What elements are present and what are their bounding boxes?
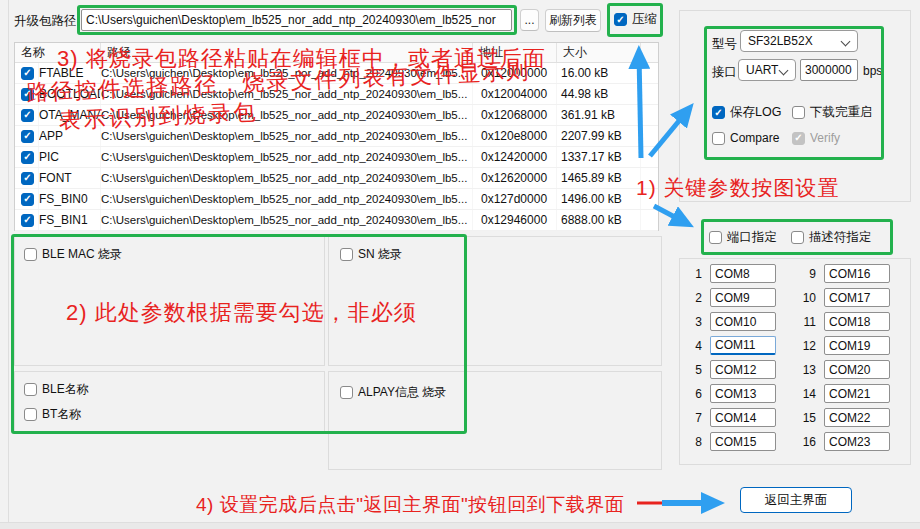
com-port-input[interactable] (710, 288, 776, 307)
check-icon: ✓ (23, 152, 31, 162)
port-spec-checkbox[interactable] (709, 231, 722, 244)
descriptor-spec-checkbox[interactable] (791, 231, 804, 244)
ble-mac-label: BLE MAC 烧录 (42, 246, 122, 263)
annotation-step2: 2) 此处参数根据需要勾选，非必须 (66, 298, 417, 328)
row-name: FS_BIN1 (39, 210, 101, 230)
com-index: 1 (688, 264, 702, 283)
window-edge-line (8, 0, 9, 529)
com-port-input[interactable] (710, 360, 776, 379)
save-log-checkbox-row[interactable]: ✓ 保存LOG (712, 104, 781, 121)
com-index: 9 (784, 264, 816, 283)
verify-checkbox: ✓ (792, 132, 805, 145)
alpay-checkbox-row[interactable]: ALPAY信息 烧录 (340, 384, 446, 401)
com-port-input-focused[interactable] (710, 336, 776, 355)
check-icon: ✓ (714, 108, 722, 118)
row-checkbox[interactable]: ✓ (21, 130, 34, 143)
table-row[interactable]: ✓ FS_BIN0 C:\Users\guichen\Desktop\em_lb… (15, 189, 658, 210)
descriptor-spec-label: 描述符指定 (809, 229, 872, 246)
sn-checkbox[interactable] (340, 248, 353, 261)
table-row[interactable]: ✓ PIC C:\Users\guichen\Desktop\em_lb525_… (15, 147, 658, 168)
com-port-input[interactable] (824, 384, 890, 403)
table-row[interactable]: ✓ FS_BIN1 C:\Users\guichen\Desktop\em_lb… (15, 210, 658, 231)
com-index: 7 (688, 408, 702, 427)
compress-label: 压缩 (632, 11, 657, 28)
compare-checkbox-row[interactable]: Compare (712, 131, 779, 145)
compare-checkbox[interactable] (712, 132, 725, 145)
row-checkbox[interactable]: ✓ (21, 214, 34, 227)
com-port-input[interactable] (710, 408, 776, 427)
row-size: 361.91 kB (557, 105, 641, 125)
check-icon: ✓ (23, 215, 31, 225)
sn-checkbox-row[interactable]: SN 烧录 (340, 246, 402, 263)
header-extra (641, 43, 658, 62)
row-name: FS_BIN0 (39, 189, 101, 209)
check-icon: ✓ (23, 194, 31, 204)
compress-checkbox[interactable]: ✓ (614, 13, 627, 26)
back-to-main-button[interactable]: 返回主界面 (740, 487, 852, 513)
check-icon: ✓ (23, 68, 31, 78)
alpay-checkbox[interactable] (340, 386, 353, 399)
chevron-down-icon (779, 66, 788, 75)
com-port-grid: 1 9 2 10 3 11 4 12 5 13 6 14 7 15 8 16 (688, 264, 890, 451)
com-port-input[interactable] (824, 288, 890, 307)
verify-checkbox-row: ✓ Verify (792, 131, 840, 145)
model-value: SF32LB52X (748, 34, 813, 48)
descriptor-spec-checkbox-row[interactable]: 描述符指定 (791, 229, 872, 246)
com-index: 8 (688, 432, 702, 451)
com-index: 16 (784, 432, 816, 451)
reboot-after-download-checkbox[interactable] (792, 106, 805, 119)
model-select[interactable]: SF32LB52X (740, 30, 858, 52)
row-size: 16.00 kB (557, 63, 641, 83)
row-name: PIC (39, 147, 101, 167)
com-port-input[interactable] (824, 360, 890, 379)
compare-label: Compare (730, 131, 779, 145)
row-checkbox[interactable]: ✓ (21, 151, 34, 164)
row-address: 0x12946000 (473, 210, 557, 230)
com-index: 4 (688, 336, 702, 355)
upgrade-path-input[interactable] (81, 9, 512, 31)
ble-name-checkbox[interactable] (24, 383, 37, 396)
compress-checkbox-row[interactable]: ✓ 压缩 (614, 11, 657, 28)
bt-name-checkbox[interactable] (24, 408, 37, 421)
row-size: 6888.00 kB (557, 210, 641, 230)
row-path: C:\Users\guichen\Desktop\em_lb525_nor_ad… (101, 189, 473, 209)
com-port-input[interactable] (824, 312, 890, 331)
interface-select[interactable]: UART (738, 59, 796, 81)
reboot-checkbox-row[interactable]: 下载完重启 (792, 104, 873, 121)
com-port-input[interactable] (710, 432, 776, 451)
header-size[interactable]: 大小 (557, 43, 641, 62)
row-checkbox[interactable]: ✓ (21, 193, 34, 206)
row-path: C:\Users\guichen\Desktop\em_lb525_nor_ad… (101, 210, 473, 230)
com-index: 15 (784, 408, 816, 427)
chevron-down-icon (841, 37, 850, 46)
refresh-list-button[interactable]: 刷新列表 (545, 9, 601, 32)
port-spec-checkbox-row[interactable]: 端口指定 (709, 229, 777, 246)
bps-label: bps (863, 64, 882, 78)
save-log-checkbox[interactable]: ✓ (712, 106, 725, 119)
save-log-label: 保存LOG (730, 104, 781, 121)
com-port-input[interactable] (710, 384, 776, 403)
ble-mac-checkbox-row[interactable]: BLE MAC 烧录 (24, 246, 122, 263)
com-port-input[interactable] (824, 432, 890, 451)
com-port-input[interactable] (824, 408, 890, 427)
row-name: FONT (39, 168, 101, 188)
port-spec-label: 端口指定 (727, 229, 777, 246)
row-size: 44.98 kB (557, 84, 641, 104)
browse-path-button[interactable]: ... (520, 9, 539, 31)
baud-rate-input[interactable] (800, 59, 858, 81)
com-port-input[interactable] (710, 312, 776, 331)
com-index: 6 (688, 384, 702, 403)
com-index: 13 (784, 360, 816, 379)
bt-name-label: BT名称 (42, 406, 81, 423)
com-port-input[interactable] (710, 264, 776, 283)
com-index: 10 (784, 288, 816, 307)
row-checkbox[interactable]: ✓ (21, 172, 34, 185)
com-port-input[interactable] (824, 336, 890, 355)
bt-name-checkbox-row[interactable]: BT名称 (24, 406, 81, 423)
check-icon: ✓ (23, 110, 31, 120)
row-checkbox[interactable]: ✓ (21, 109, 34, 122)
ble-mac-checkbox[interactable] (24, 248, 37, 261)
table-row[interactable]: ✓ FONT C:\Users\guichen\Desktop\em_lb525… (15, 168, 658, 189)
ble-name-checkbox-row[interactable]: BLE名称 (24, 381, 89, 398)
com-port-input[interactable] (824, 264, 890, 283)
